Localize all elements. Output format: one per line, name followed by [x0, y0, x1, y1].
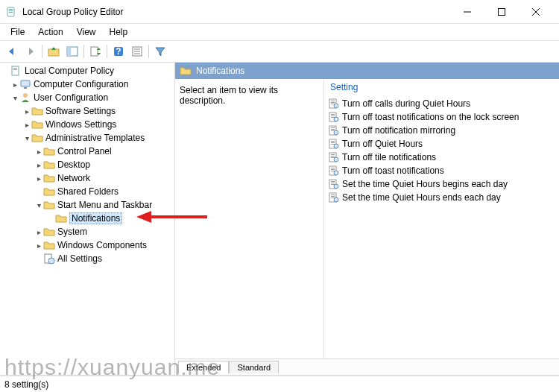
- tree-control-panel[interactable]: ▸ Control Panel: [0, 145, 174, 158]
- toolbar-separator: [83, 45, 84, 58]
- toolbar-separator: [107, 45, 107, 58]
- svg-rect-43: [331, 142, 335, 143]
- tree-system[interactable]: ▸ System: [0, 225, 174, 238]
- folder-icon: [43, 172, 55, 184]
- svg-rect-42: [331, 141, 335, 142]
- details-header: Notifications: [175, 63, 559, 79]
- menu-file[interactable]: File: [4, 25, 31, 39]
- tree-label: Local Computer Policy: [25, 66, 114, 76]
- svg-rect-47: [331, 154, 335, 155]
- tree-notifications[interactable]: ▸ Notifications: [0, 212, 174, 225]
- svg-point-23: [23, 93, 28, 98]
- status-text: 8 setting(s): [4, 379, 48, 390]
- setting-label: Turn off tile notifications: [342, 152, 436, 162]
- chevron-right-icon[interactable]: ▸: [10, 80, 19, 89]
- tree-label: Shared Folders: [57, 186, 119, 197]
- chevron-right-icon[interactable]: ▸: [34, 241, 43, 250]
- setting-item[interactable]: Turn off notification mirroring: [324, 124, 559, 137]
- setting-item[interactable]: Turn off tile notifications: [324, 151, 559, 164]
- tree-windows-settings[interactable]: ▸ Windows Settings: [0, 118, 174, 131]
- chevron-right-icon[interactable]: ▸: [34, 174, 43, 183]
- column-header-setting[interactable]: Setting: [324, 79, 559, 97]
- policy-setting-icon: [329, 139, 339, 149]
- policy-setting-icon: [329, 152, 339, 162]
- tab-standard[interactable]: Standard: [229, 361, 279, 373]
- svg-point-45: [334, 144, 338, 148]
- setting-item[interactable]: Turn off toast notifications on the lock…: [324, 110, 559, 124]
- toolbar-separator: [148, 45, 149, 58]
- tree-network[interactable]: ▸ Network: [0, 171, 174, 185]
- settings-column: Setting Turn off calls during Quiet Hour…: [324, 79, 559, 375]
- setting-label: Set the time Quiet Hours begins each day: [342, 179, 508, 189]
- svg-rect-37: [331, 127, 335, 128]
- menu-view[interactable]: View: [71, 25, 102, 39]
- status-bar: 8 setting(s): [0, 376, 559, 392]
- folder-icon: [43, 186, 55, 197]
- up-folder-button[interactable]: [45, 42, 63, 60]
- setting-label: Turn off calls during Quiet Hours: [342, 98, 470, 109]
- minimize-button[interactable]: [450, 0, 484, 24]
- tree-all-settings[interactable]: ▸ All Settings: [0, 252, 174, 265]
- tree-windows-components[interactable]: ▸ Windows Components: [0, 238, 174, 252]
- setting-label: Turn off notification mirroring: [342, 125, 455, 136]
- svg-rect-19: [13, 68, 17, 69]
- tree-root[interactable]: ▸ Local Computer Policy: [0, 64, 174, 78]
- chevron-right-icon[interactable]: ▸: [22, 107, 31, 116]
- setting-label: Turn off Quiet Hours: [342, 139, 423, 149]
- chevron-right-icon[interactable]: ▸: [34, 148, 43, 156]
- tree-pane[interactable]: ▸ Local Computer Policy ▸ Computer Confi…: [0, 63, 175, 375]
- svg-rect-33: [331, 116, 335, 116]
- chevron-right-icon[interactable]: ▸: [22, 121, 31, 129]
- svg-point-35: [334, 117, 338, 121]
- chevron-down-icon[interactable]: ▾: [10, 94, 19, 102]
- tree-label: Control Panel: [57, 146, 112, 157]
- setting-item[interactable]: Turn off Quiet Hours: [324, 137, 559, 151]
- tree-label: Software Settings: [45, 106, 116, 116]
- menu-help[interactable]: Help: [104, 25, 134, 39]
- computer-icon: [19, 78, 31, 90]
- tree-user-config[interactable]: ▾ User Configuration: [0, 91, 174, 104]
- tree-shared-folders[interactable]: ▸ Shared Folders: [0, 185, 174, 198]
- setting-item[interactable]: Turn off toast notifications: [324, 164, 559, 177]
- show-hide-tree-button[interactable]: [63, 42, 81, 60]
- tree-computer-config[interactable]: ▸ Computer Configuration: [0, 78, 174, 91]
- maximize-button[interactable]: [484, 0, 519, 24]
- chevron-right-icon[interactable]: ▸: [34, 161, 43, 169]
- svg-point-25: [48, 258, 54, 264]
- folder-icon: [31, 132, 43, 144]
- menu-action[interactable]: Action: [32, 25, 69, 39]
- setting-item[interactable]: Turn off calls during Quiet Hours: [324, 97, 559, 110]
- chevron-down-icon[interactable]: ▾: [34, 201, 43, 209]
- tree-admin-templates[interactable]: ▾ Administrative Templates: [0, 131, 174, 145]
- properties-button[interactable]: [128, 42, 146, 60]
- help-button[interactable]: ?: [110, 42, 127, 60]
- folder-icon: [180, 65, 192, 77]
- back-button[interactable]: [3, 42, 21, 60]
- tree-label: System: [57, 227, 87, 237]
- setting-item[interactable]: Set the time Quiet Hours ends each day: [324, 191, 559, 204]
- tab-extended[interactable]: Extended: [178, 361, 229, 373]
- tree-software-settings[interactable]: ▸ Software Settings: [0, 104, 174, 118]
- svg-rect-48: [331, 156, 335, 157]
- content-area: ▸ Local Computer Policy ▸ Computer Confi…: [0, 63, 559, 376]
- svg-rect-18: [12, 66, 19, 75]
- folder-icon: [43, 226, 55, 238]
- details-title: Notifications: [196, 66, 244, 76]
- tree-label: Notifications: [69, 212, 122, 224]
- close-button[interactable]: [519, 0, 553, 24]
- export-list-button[interactable]: [86, 42, 104, 60]
- policy-setting-icon: [329, 192, 339, 203]
- chevron-down-icon[interactable]: ▾: [22, 134, 31, 142]
- svg-rect-63: [331, 196, 335, 197]
- tree-desktop[interactable]: ▸ Desktop: [0, 158, 174, 171]
- tree-label: Start Menu and Taskbar: [57, 200, 152, 210]
- tree-start-taskbar[interactable]: ▾ Start Menu and Taskbar: [0, 198, 174, 212]
- forward-button[interactable]: [22, 42, 40, 60]
- chevron-right-icon[interactable]: ▸: [34, 228, 43, 236]
- setting-item[interactable]: Set the time Quiet Hours begins each day: [324, 177, 559, 191]
- policy-setting-icon: [329, 112, 339, 122]
- svg-point-60: [334, 184, 338, 189]
- svg-text:?: ?: [116, 46, 121, 57]
- filter-button[interactable]: [151, 42, 169, 60]
- tree-label: Windows Components: [57, 240, 147, 250]
